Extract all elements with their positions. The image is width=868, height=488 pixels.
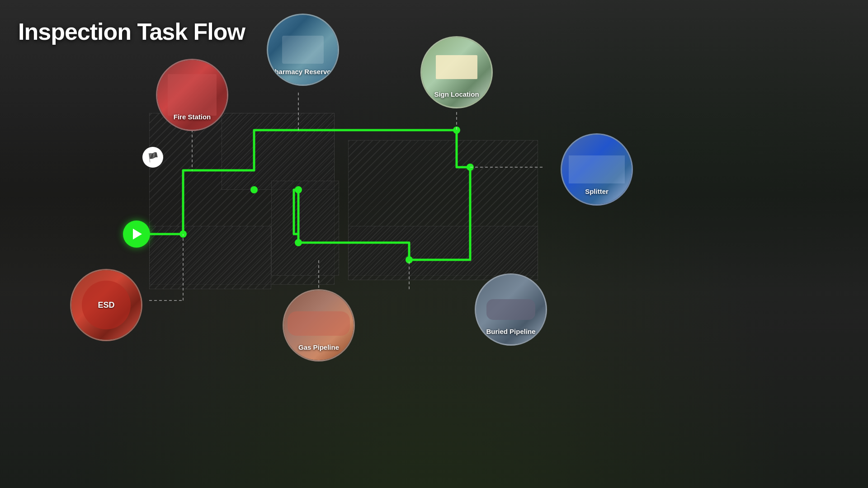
waypoint-2 (250, 186, 258, 193)
flag-marker: 🏴 (142, 147, 163, 168)
esd-overlay-label: ESD (98, 300, 114, 310)
fire-circle: Fire Station (156, 59, 228, 131)
page-title: Inspection Task Flow (18, 18, 245, 45)
buried-thumbnail (476, 275, 546, 344)
buried-circle: Buried Pipeline (475, 273, 547, 346)
node-fire-station[interactable]: Fire Station (156, 59, 228, 131)
gas-thumbnail (284, 291, 354, 360)
pharmacy-thumbnail (268, 15, 338, 84)
node-esd[interactable]: ESD (70, 269, 142, 341)
sign-circle: Sign Location (420, 36, 493, 108)
node-sign-location[interactable]: Sign Location (420, 36, 493, 108)
flag-icon: 🏴 (147, 152, 159, 163)
gas-circle: Gas Pipeline (283, 289, 355, 361)
node-gas-pipeline[interactable]: Gas Pipeline (283, 289, 355, 361)
splitter-thumbnail (562, 135, 632, 204)
sign-thumbnail (422, 38, 491, 107)
flag-circle: 🏴 (142, 147, 163, 168)
waypoint-3 (295, 186, 302, 193)
start-button[interactable] (123, 221, 150, 248)
pharmacy-circle: Pharmacy Reservoir (267, 14, 339, 86)
node-splitter[interactable]: Splitter (561, 133, 633, 206)
splitter-circle: Splitter (561, 133, 633, 206)
esd-thumbnail: ESD (71, 270, 141, 340)
esd-circle: ESD (70, 269, 142, 341)
fire-thumbnail (157, 60, 227, 130)
node-buried-pipeline[interactable]: Buried Pipeline (475, 273, 547, 346)
waypoint-4 (295, 239, 302, 246)
node-pharmacy[interactable]: Pharmacy Reservoir (267, 14, 339, 86)
flow-line-main (136, 130, 470, 260)
